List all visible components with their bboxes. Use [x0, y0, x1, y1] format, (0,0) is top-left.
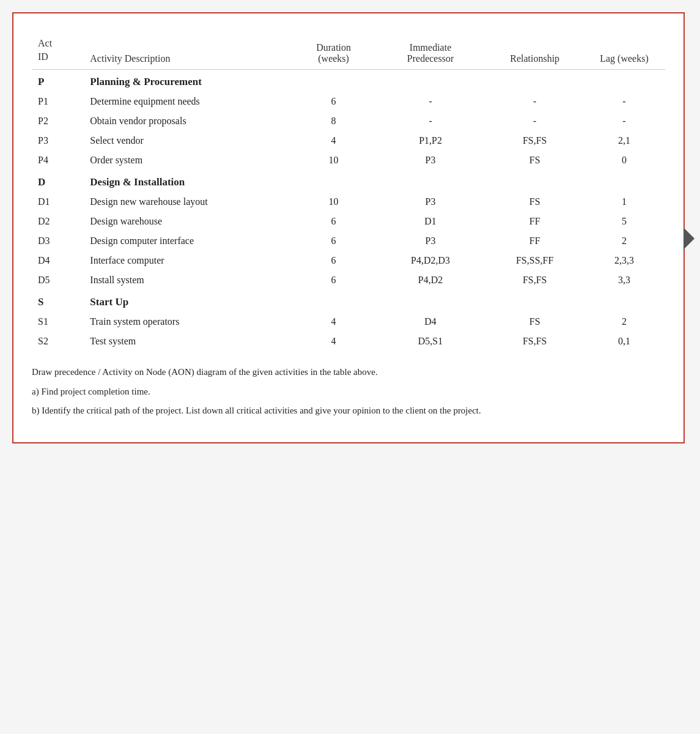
row-relationship: FS [486, 150, 583, 170]
row-duration: 10 [293, 192, 375, 212]
row-lag: 2,1 [583, 131, 665, 150]
row-duration: 4 [293, 131, 375, 150]
section-id-D: D [32, 170, 84, 192]
row-duration: 6 [293, 92, 375, 111]
row-id: S1 [32, 312, 84, 332]
row-predecessor: P3 [375, 231, 487, 251]
row-description: Determine equipment needs [84, 92, 292, 111]
row-duration: 8 [293, 111, 375, 131]
table-row: D4 Interface computer 6 P4,D2,D3 FS,SS,F… [32, 251, 665, 270]
row-description: Install system [84, 270, 292, 290]
row-predecessor: P1,P2 [375, 131, 487, 150]
row-id: S2 [32, 332, 84, 351]
row-relationship: FS,FS [486, 131, 583, 150]
intro-text: Draw precedence / Activity on Node (AON)… [32, 366, 665, 379]
row-duration: 4 [293, 332, 375, 351]
row-id: P1 [32, 92, 84, 111]
row-lag: - [583, 92, 665, 111]
row-lag: 2,3,3 [583, 251, 665, 270]
instructions-section: Draw precedence / Activity on Node (AON)… [32, 366, 665, 418]
table-row: D1 Design new warehouse layout 10 P3 FS … [32, 192, 665, 212]
row-relationship: - [486, 92, 583, 111]
col-header-lag: Lag (weeks) [583, 32, 665, 69]
row-relationship: FS,SS,FF [486, 251, 583, 270]
section-title-D: Design & Installation [84, 170, 665, 192]
table-row: S1 Train system operators 4 D4 FS 2 [32, 312, 665, 332]
question-a: a) Find project completion time. [32, 385, 665, 399]
row-id: D1 [32, 192, 84, 212]
row-description: Design warehouse [84, 212, 292, 231]
row-duration: 6 [293, 270, 375, 290]
row-id: D5 [32, 270, 84, 290]
row-id: D3 [32, 231, 84, 251]
row-lag: 1 [583, 192, 665, 212]
row-duration: 6 [293, 231, 375, 251]
row-predecessor: P3 [375, 192, 487, 212]
row-lag: 0,1 [583, 332, 665, 351]
section-header-D: D Design & Installation [32, 170, 665, 192]
row-description: Obtain vendor proposals [84, 111, 292, 131]
row-id: P2 [32, 111, 84, 131]
col-header-immediate-predecessor: Immediate Predecessor [375, 32, 487, 69]
row-relationship: FS,FS [486, 332, 583, 351]
table-row: P3 Select vendor 4 P1,P2 FS,FS 2,1 [32, 131, 665, 150]
row-lag: 2 [583, 231, 665, 251]
page-container: Act ID Activity Description Duration (we… [12, 12, 685, 443]
col-header-relationship: Relationship [486, 32, 583, 69]
row-description: Design computer interface [84, 231, 292, 251]
row-relationship: FF [486, 212, 583, 231]
row-relationship: - [486, 111, 583, 131]
row-description: Test system [84, 332, 292, 351]
row-relationship: FS [486, 192, 583, 212]
row-predecessor: P4,D2 [375, 270, 487, 290]
row-description: Select vendor [84, 131, 292, 150]
chevron-right-icon [683, 228, 694, 250]
row-predecessor: D4 [375, 312, 487, 332]
row-duration: 10 [293, 150, 375, 170]
row-duration: 4 [293, 312, 375, 332]
table-row: S2 Test system 4 D5,S1 FS,FS 0,1 [32, 332, 665, 351]
row-relationship: FF [486, 231, 583, 251]
table-row: D5 Install system 6 P4,D2 FS,FS 3,3 [32, 270, 665, 290]
row-predecessor: - [375, 92, 487, 111]
row-lag: - [583, 111, 665, 131]
row-lag: 0 [583, 150, 665, 170]
row-id: D4 [32, 251, 84, 270]
row-relationship: FS,FS [486, 270, 583, 290]
col-header-duration: Duration (weeks) [293, 32, 375, 69]
row-predecessor: P4,D2,D3 [375, 251, 487, 270]
row-predecessor: D5,S1 [375, 332, 487, 351]
row-description: Order system [84, 150, 292, 170]
row-id: D2 [32, 212, 84, 231]
table-row: D2 Design warehouse 6 D1 FF 5 [32, 212, 665, 231]
row-duration: 6 [293, 212, 375, 231]
section-id-S: S [32, 290, 84, 312]
row-id: P3 [32, 131, 84, 150]
col-header-activity-description: Activity Description [84, 32, 292, 69]
col-header-act-id: Act ID [32, 32, 84, 69]
main-content-border: Act ID Activity Description Duration (we… [12, 12, 685, 443]
question-b: b) Identify the critical path of the pro… [32, 404, 665, 418]
row-relationship: FS [486, 312, 583, 332]
row-description: Train system operators [84, 312, 292, 332]
row-predecessor: - [375, 111, 487, 131]
activity-table: Act ID Activity Description Duration (we… [32, 32, 665, 351]
row-predecessor: D1 [375, 212, 487, 231]
row-description: Design new warehouse layout [84, 192, 292, 212]
row-id: P4 [32, 150, 84, 170]
row-lag: 5 [583, 212, 665, 231]
row-lag: 2 [583, 312, 665, 332]
section-title-P: Planning & Procurement [84, 69, 665, 92]
row-duration: 6 [293, 251, 375, 270]
table-row: P1 Determine equipment needs 6 - - - [32, 92, 665, 111]
table-row: P2 Obtain vendor proposals 8 - - - [32, 111, 665, 131]
row-lag: 3,3 [583, 270, 665, 290]
section-title-S: Start Up [84, 290, 665, 312]
row-description: Interface computer [84, 251, 292, 270]
table-row: P4 Order system 10 P3 FS 0 [32, 150, 665, 170]
table-row: D3 Design computer interface 6 P3 FF 2 [32, 231, 665, 251]
section-header-S: S Start Up [32, 290, 665, 312]
section-id-P: P [32, 69, 84, 92]
section-header-P: P Planning & Procurement [32, 69, 665, 92]
row-predecessor: P3 [375, 150, 487, 170]
